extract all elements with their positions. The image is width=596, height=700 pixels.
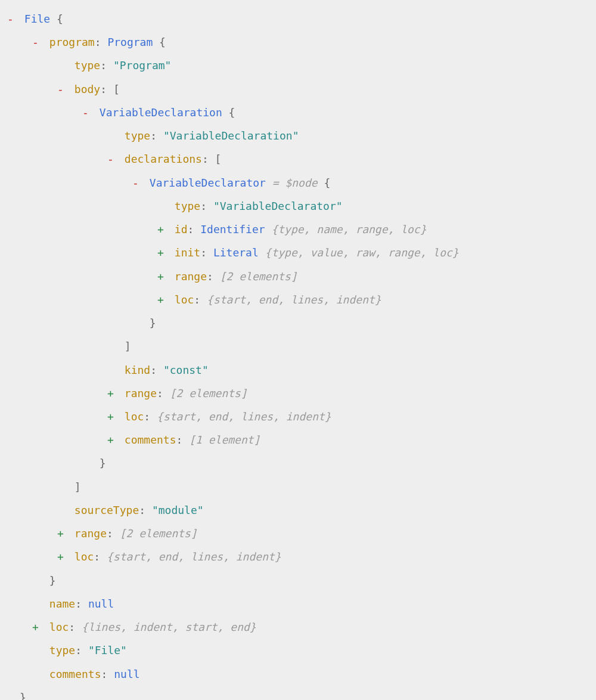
brace-close: } [49, 574, 56, 587]
value-type: "File" [88, 644, 127, 656]
toggle-VariableDeclarator[interactable]: - [132, 171, 143, 194]
value-type: "VariableDeclarator" [213, 200, 343, 212]
bracket-open: [ [215, 153, 222, 165]
key-declarations: declarations [125, 153, 202, 165]
key-type: type [49, 644, 75, 656]
preview-range: [ [120, 527, 126, 540]
preview-comments: [ [189, 433, 195, 446]
key-loc: loc [49, 621, 69, 633]
key-program: program [49, 36, 95, 48]
preview-loc: {start, end, lines, indent} [107, 550, 281, 563]
brace-open: { [159, 36, 166, 48]
brace-close: } [20, 691, 26, 700]
toggle-body[interactable]: - [57, 78, 68, 101]
type-name-init: Literal [213, 246, 259, 259]
brace-close: } [100, 457, 106, 469]
key-range: range [125, 387, 157, 399]
bracket-open: [ [113, 83, 120, 95]
key-loc: loc [74, 550, 94, 563]
key-type: type [125, 129, 150, 142]
preview-loc: {start, end, lines, indent} [207, 293, 381, 306]
type-name-VariableDeclarator: VariableDeclarator [150, 176, 266, 189]
brace-open: { [229, 106, 235, 119]
type-name-id: Identifier [200, 223, 265, 236]
brace-open: { [57, 13, 63, 25]
key-body: body [74, 83, 100, 95]
key-range: range [74, 527, 107, 540]
preview-id: {type, name, range, loc} [271, 223, 426, 236]
key-id: id [175, 223, 188, 236]
type-name-program: Program [107, 36, 153, 48]
key-loc: loc [175, 293, 194, 306]
bracket-close: ] [125, 340, 131, 352]
toggle-VariableDeclaration[interactable]: - [82, 101, 93, 124]
value-comments: null [114, 668, 139, 680]
key-init: init [175, 246, 200, 259]
type-name-VariableDeclaration: VariableDeclaration [100, 106, 222, 119]
key-comments: comments [125, 433, 176, 446]
key-type: type [175, 200, 200, 212]
toggle-id[interactable]: + [157, 218, 168, 241]
toggle-loc[interactable]: + [157, 288, 168, 311]
toggle-loc[interactable]: + [107, 405, 118, 428]
toggle-loc[interactable]: + [32, 615, 43, 639]
type-name-root: File [24, 13, 50, 25]
toggle-range[interactable]: + [107, 382, 118, 405]
brace-close: } [150, 317, 156, 329]
value-name: null [88, 597, 114, 610]
preview-range: [ [220, 270, 226, 283]
value-type: "VariableDeclaration" [163, 129, 299, 142]
key-range: range [175, 270, 207, 283]
key-kind: kind [125, 364, 150, 376]
bracket-close: ] [74, 481, 81, 493]
value-type: "Program" [113, 59, 172, 72]
preview-loc: {start, end, lines, indent} [157, 410, 331, 423]
key-sourceType: sourceType [74, 504, 139, 516]
toggle-root[interactable]: - [7, 7, 18, 30]
value-sourceType: "module" [152, 504, 204, 516]
brace-open: { [324, 176, 330, 189]
key-type: type [74, 59, 100, 72]
preview-range: [ [170, 387, 176, 399]
note-VariableDeclarator: = $node [272, 176, 318, 189]
value-kind: "const" [163, 364, 209, 376]
ast-tree: - File {- program: Program {- type: "Pro… [7, 7, 596, 700]
key-name: name [49, 597, 75, 610]
toggle-init[interactable]: + [157, 241, 168, 264]
toggle-declarations[interactable]: - [107, 147, 118, 171]
toggle-range[interactable]: + [57, 522, 68, 545]
preview-init: {type, value, raw, range, loc} [265, 246, 459, 259]
toggle-comments[interactable]: + [107, 428, 118, 451]
toggle-loc[interactable]: + [57, 545, 68, 568]
preview-loc: {lines, indent, start, end} [82, 621, 256, 633]
key-comments: comments [49, 668, 101, 680]
toggle-program[interactable]: - [32, 30, 43, 54]
toggle-range[interactable]: + [157, 265, 168, 288]
key-loc: loc [125, 410, 144, 423]
